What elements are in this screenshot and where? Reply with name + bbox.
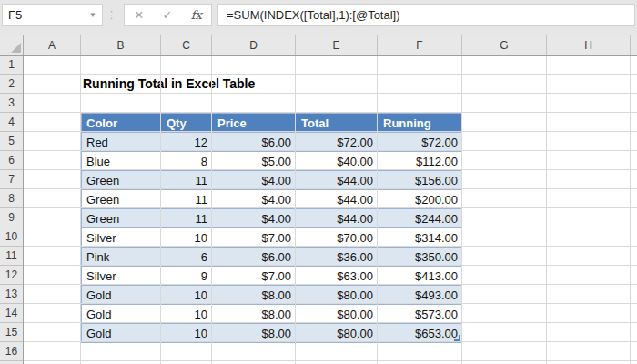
row-header-8[interactable]: 8 — [0, 189, 23, 208]
table-cell[interactable]: $413.00 — [379, 267, 463, 285]
table-cell[interactable]: $8.00 — [213, 305, 297, 323]
row-header-4[interactable]: 4 — [0, 113, 23, 132]
table-cell[interactable]: $350.00 — [379, 248, 463, 266]
column-header-f[interactable]: F — [378, 35, 462, 55]
row-header-3[interactable]: 3 — [0, 94, 23, 113]
table-cell[interactable]: $112.00 — [379, 152, 463, 170]
table-cell[interactable]: $80.00 — [297, 286, 379, 304]
table-cell[interactable]: $573.00 — [379, 305, 463, 323]
row-header-5[interactable]: 5 — [0, 132, 23, 151]
column-header-h[interactable]: H — [547, 35, 631, 55]
table-cell[interactable]: Green — [82, 190, 162, 208]
table-header-cell[interactable]: Total — [297, 114, 379, 132]
table-cell[interactable]: 6 — [162, 248, 213, 266]
gridline — [461, 56, 462, 364]
table-cell[interactable]: Silver — [82, 267, 162, 285]
table-cell[interactable]: $80.00 — [297, 305, 379, 323]
formula-text: =SUM(INDEX([Total],1):[@Total]) — [227, 8, 400, 22]
enter-icon[interactable]: ✓ — [162, 8, 172, 22]
cancel-icon[interactable]: ✕ — [134, 8, 144, 22]
table-header-cell[interactable]: Running — [379, 114, 463, 132]
table-cell[interactable]: Gold — [82, 324, 162, 342]
table-cell[interactable]: $4.00 — [213, 171, 297, 189]
table-row: Gold10$8.00$80.00$573.00 — [82, 304, 461, 323]
table-cell[interactable]: $63.00 — [297, 267, 379, 285]
table-cell[interactable]: $36.00 — [297, 248, 379, 266]
table-cell[interactable]: $44.00 — [297, 209, 379, 228]
table-header-cell[interactable]: Color — [82, 114, 162, 132]
formula-input[interactable]: =SUM(INDEX([Total],1):[@Total]) — [217, 4, 635, 26]
table-cell[interactable]: $6.00 — [213, 133, 297, 151]
table-cell[interactable]: $44.00 — [297, 171, 379, 189]
name-box[interactable]: F5 ▼ — [2, 4, 103, 26]
column-header-e[interactable]: E — [296, 35, 378, 55]
column-header-d[interactable]: D — [212, 35, 296, 55]
table-cell[interactable]: $200.00 — [379, 190, 463, 208]
table-cell[interactable]: $7.00 — [213, 228, 297, 247]
column-header-b[interactable]: B — [81, 35, 161, 55]
table-cell[interactable]: $8.00 — [213, 324, 297, 342]
table-row: Blue8$5.00$40.00$112.00 — [82, 151, 461, 170]
row-header-14[interactable]: 14 — [0, 304, 23, 323]
table-cell[interactable]: Green — [82, 171, 162, 189]
gridline — [546, 56, 547, 364]
column-header-a[interactable]: A — [24, 35, 81, 55]
table-cell[interactable]: Pink — [82, 248, 162, 266]
column-header-c[interactable]: C — [161, 35, 212, 55]
table-cell[interactable]: $156.00 — [379, 171, 463, 189]
table-cell[interactable]: $5.00 — [213, 152, 297, 170]
table-cell[interactable]: Red — [82, 133, 162, 151]
table-cell[interactable]: 10 — [162, 228, 213, 247]
table-cell[interactable]: $72.00 — [297, 133, 379, 151]
table-cell[interactable]: $7.00 — [213, 267, 297, 285]
column-header-g[interactable]: G — [462, 35, 547, 55]
table-cell[interactable]: $80.00 — [297, 324, 379, 342]
table-cell[interactable]: 12 — [162, 133, 213, 151]
row-header-7[interactable]: 7 — [0, 170, 23, 189]
table-cell[interactable]: $72.00 — [379, 133, 463, 151]
table-cell[interactable]: $70.00 — [297, 228, 379, 247]
row-header-16[interactable]: 16 — [0, 342, 23, 361]
table-cell[interactable]: Green — [82, 209, 162, 228]
table-cell[interactable]: $653.00 — [379, 324, 463, 342]
table-cell[interactable]: 9 — [162, 267, 213, 285]
table-cell[interactable]: Gold — [82, 305, 162, 323]
row-header-10[interactable]: 10 — [0, 228, 23, 247]
row-header-15[interactable]: 15 — [0, 323, 23, 342]
table-cell[interactable]: 10 — [162, 324, 213, 342]
table-cell[interactable]: Gold — [82, 286, 162, 304]
row-header-9[interactable]: 9 — [0, 208, 23, 228]
table-cell[interactable]: $4.00 — [213, 209, 297, 228]
table-header-cell[interactable]: Qty — [162, 114, 213, 132]
table-cell[interactable]: $44.00 — [297, 190, 379, 208]
table-resize-handle-icon[interactable] — [454, 335, 460, 341]
table-cell[interactable]: Blue — [82, 152, 162, 170]
table-cell[interactable]: $244.00 — [379, 209, 463, 228]
row-header-13[interactable]: 13 — [0, 285, 23, 304]
row-header-1[interactable]: 1 — [0, 56, 23, 75]
table-cell[interactable]: 10 — [162, 305, 213, 323]
row-header-6[interactable]: 6 — [0, 151, 23, 170]
gridline — [24, 131, 637, 132]
cell-b2-title[interactable]: Running Total in Excel Table — [83, 75, 255, 94]
row-header-2[interactable]: 2 — [0, 75, 23, 94]
table-cell[interactable]: $314.00 — [379, 228, 463, 247]
table-cell[interactable]: $493.00 — [379, 286, 463, 304]
row-header-12[interactable]: 12 — [0, 266, 23, 285]
table-cell[interactable]: 8 — [162, 152, 213, 170]
table-cell[interactable]: Silver — [82, 228, 162, 247]
table-cell[interactable]: 11 — [162, 190, 213, 208]
table-cell[interactable]: 11 — [162, 209, 213, 228]
row-header-11[interactable]: 11 — [0, 247, 23, 266]
table-cell[interactable]: 10 — [162, 286, 213, 304]
sheet-grid[interactable]: Running Total in Excel Table ColorQtyPri… — [24, 56, 637, 364]
table-cell[interactable]: $4.00 — [213, 190, 297, 208]
table-header-cell[interactable]: Price — [213, 114, 297, 132]
table-cell[interactable]: $8.00 — [213, 286, 297, 304]
select-all-corner[interactable] — [0, 35, 24, 55]
name-box-dropdown-icon[interactable]: ▼ — [89, 11, 96, 19]
table-cell[interactable]: $6.00 — [213, 248, 297, 266]
table-cell[interactable]: $40.00 — [297, 152, 379, 170]
insert-function-icon[interactable]: fx — [191, 8, 202, 22]
table-cell[interactable]: 11 — [162, 171, 213, 189]
